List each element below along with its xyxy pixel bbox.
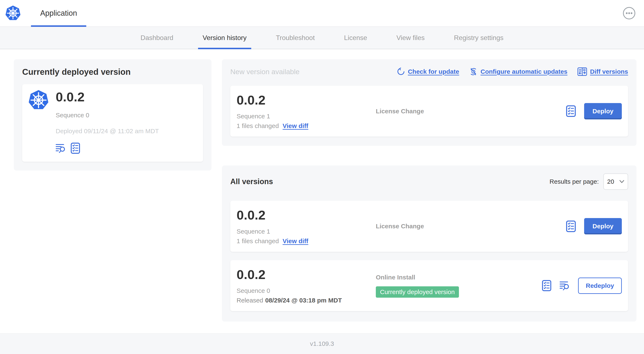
tab-troubleshoot[interactable]: Troubleshoot (271, 27, 320, 49)
files-changed-row: 1 files changed View diff (236, 237, 308, 245)
check-for-update-link[interactable]: Check for update (397, 68, 459, 76)
view-logs-icon-button[interactable] (56, 144, 66, 153)
version-info: 0.0.2 Sequence 1 1 files changed View di… (236, 208, 376, 244)
files-changed-row: 1 files changed View diff (236, 122, 308, 129)
version-source: License Change (376, 108, 566, 115)
tab-label: Troubleshoot (276, 34, 315, 42)
view-logs-icon-button[interactable] (560, 281, 570, 290)
main-content: Currently deployed version (0, 49, 644, 333)
all-versions-header: All versions Results per page: 20 (230, 173, 628, 190)
diff-versions-label: Diff versions (590, 68, 628, 75)
version-number: 0.0.2 (236, 267, 266, 282)
tab-license[interactable]: License (340, 27, 372, 49)
release-source-label: License Change (376, 223, 424, 230)
preflight-checks-icon-button[interactable] (566, 221, 576, 232)
check-for-update-label: Check for update (408, 68, 459, 75)
app-tab-application[interactable]: Application (31, 0, 86, 26)
active-tab-underline (198, 48, 251, 49)
preflight-checks-icon-button[interactable] (71, 143, 80, 154)
currently-deployed-badge: Currently deployed version (376, 286, 459, 298)
app-kubernetes-icon (28, 90, 49, 154)
view-diff-link[interactable]: View diff (283, 122, 308, 129)
new-version-card: 0.0.2 Sequence 1 1 files changed View di… (230, 86, 628, 137)
version-actions: Deploy (566, 218, 622, 234)
ellipsis-menu-icon (623, 7, 636, 20)
chevron-down-icon (619, 180, 624, 183)
version-source: License Change (376, 223, 566, 230)
version-actions: Redeploy (542, 277, 622, 294)
files-changed-label: 1 files changed (236, 122, 279, 129)
released-date: 08/29/24 @ 03:18 pm MDT (265, 297, 342, 304)
update-actions: Check for update Configure automatic up (397, 67, 628, 76)
version-row: 0.0.2 Sequence 1 1 files changed View di… (230, 201, 628, 252)
sequence-label: Sequence 0 (56, 112, 89, 119)
tab-label: Version history (203, 34, 247, 42)
kubernetes-logo-icon (5, 5, 21, 21)
results-per-page-label: Results per page: (550, 178, 599, 185)
top-header: Application (0, 0, 644, 27)
version-row: 0.0.2 Sequence 0 Released08/29/24 @ 03:1… (230, 260, 628, 311)
preflight-checks-icon-button[interactable] (542, 280, 551, 291)
app-tab-label: Application (40, 9, 77, 18)
sequence-label: Sequence 1 (236, 113, 270, 120)
kots-version-label: v1.109.3 (310, 340, 334, 347)
currently-deployed-panel: Currently deployed version (14, 59, 212, 171)
results-per-page-value: 20 (607, 178, 614, 185)
deployed-version-card: 0.0.2 Sequence 0 Deployed 09/11/24 @ 11:… (22, 84, 203, 162)
tab-view-files[interactable]: View files (392, 27, 430, 49)
new-version-panel: New version available Check for update (222, 59, 636, 146)
configure-automatic-updates-link[interactable]: Configure automatic updates (469, 68, 567, 76)
clock-sync-icon (469, 68, 478, 76)
tab-dashboard[interactable]: Dashboard (136, 27, 178, 49)
all-versions-title: All versions (230, 177, 273, 186)
all-versions-panel: All versions Results per page: 20 (222, 165, 636, 321)
tab-label: View files (396, 34, 425, 42)
deployed-timestamp: Deployed 09/11/24 @ 11:02 am MDT (56, 128, 159, 135)
release-source-label: License Change (376, 108, 424, 115)
sequence-label: Sequence 0 (236, 287, 270, 294)
tab-version-history[interactable]: Version history (198, 27, 251, 49)
version-info: 0.0.2 Sequence 1 1 files changed View di… (236, 93, 376, 129)
tab-label: Registry settings (454, 34, 504, 42)
overflow-menu-button[interactable] (623, 7, 636, 20)
release-source-label: Online Install (376, 274, 415, 281)
tab-label: License (344, 34, 367, 42)
version-source: Online Install Currently deployed versio… (376, 274, 542, 298)
refresh-icon (397, 68, 405, 76)
deploy-button[interactable]: Deploy (584, 218, 622, 234)
deployed-version-actions (56, 143, 80, 154)
released-prefix: Released (236, 297, 263, 304)
new-version-header: New version available Check for update (230, 67, 628, 76)
active-tab-underline (31, 25, 86, 27)
right-column: New version available Check for update (222, 59, 636, 321)
page: Application Dashboard Version history Tr… (0, 0, 644, 354)
version-info: 0.0.2 Sequence 0 Released08/29/24 @ 03:1… (236, 267, 376, 304)
version-number: 0.0.2 (56, 90, 84, 104)
diff-versions-link[interactable]: Diff versions (578, 67, 628, 76)
results-per-page: Results per page: 20 (550, 173, 628, 190)
app-footer: v1.109.3 (0, 333, 644, 354)
new-version-title: New version available (230, 68, 300, 76)
tab-label: Dashboard (140, 34, 173, 42)
version-actions: Deploy (566, 103, 622, 119)
secondary-nav: Dashboard Version history Troubleshoot L… (0, 27, 644, 49)
sequence-label: Sequence 1 (236, 228, 270, 235)
version-number: 0.0.2 (236, 208, 266, 222)
configure-automatic-updates-label: Configure automatic updates (480, 68, 567, 75)
tab-registry-settings[interactable]: Registry settings (449, 27, 508, 49)
files-changed-label: 1 files changed (236, 237, 279, 245)
preflight-checks-icon-button[interactable] (566, 105, 576, 117)
diff-columns-icon (578, 67, 587, 76)
currently-deployed-title: Currently deployed version (22, 67, 203, 77)
redeploy-button[interactable]: Redeploy (578, 277, 622, 294)
view-diff-link[interactable]: View diff (283, 237, 308, 245)
deploy-button[interactable]: Deploy (584, 103, 622, 119)
version-number: 0.0.2 (236, 93, 266, 107)
released-timestamp: Released08/29/24 @ 03:18 pm MDT (236, 297, 342, 304)
results-per-page-select[interactable]: 20 (604, 173, 628, 190)
